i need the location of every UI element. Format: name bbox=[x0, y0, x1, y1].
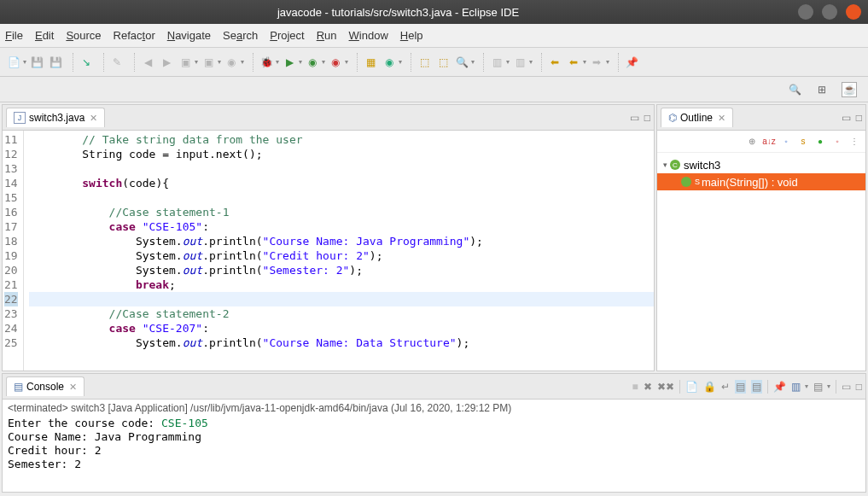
close-button[interactable] bbox=[846, 4, 861, 20]
search-global-icon[interactable]: 🔍 bbox=[787, 82, 802, 97]
open-persp-icon[interactable]: ⊞ bbox=[814, 82, 830, 97]
terminate-icon[interactable]: ■ bbox=[632, 381, 638, 393]
toggle-icon[interactable]: ▥ bbox=[489, 55, 504, 70]
menu-search[interactable]: Search bbox=[223, 29, 258, 42]
new-icon[interactable]: 📄 bbox=[6, 55, 21, 70]
outline-method-label: main(String[]) : void bbox=[702, 176, 798, 189]
window-title: javacode - tutorials/src/switch3.java - … bbox=[7, 6, 789, 19]
outline-title: Outline bbox=[680, 112, 713, 124]
close-icon[interactable]: ✕ bbox=[69, 382, 77, 393]
pkg-icon[interactable]: ▣ bbox=[201, 55, 216, 70]
back-icon[interactable]: ⬅ bbox=[547, 55, 562, 70]
word-wrap-icon[interactable]: ↵ bbox=[721, 381, 730, 393]
hide-local-icon[interactable]: ◦ bbox=[831, 136, 843, 148]
outline-pane: ⌬ Outline ✕ ▭ □ ⊕ a↓z ◦ s ● ◦ ⋮ ▾ C swit… bbox=[656, 104, 866, 371]
focus-icon[interactable]: ⊕ bbox=[746, 136, 758, 148]
fwd-icon[interactable]: ➡ bbox=[589, 55, 604, 70]
search-icon[interactable]: 🔍 bbox=[454, 55, 469, 70]
undo-icon[interactable]: ◀ bbox=[140, 55, 155, 70]
editor-pane: J switch3.java ✕ ▭ □ 1112131415161718192… bbox=[2, 104, 655, 371]
menu-icon[interactable]: ⋮ bbox=[848, 136, 860, 148]
menu-file[interactable]: File bbox=[5, 29, 23, 42]
minimize-pane-icon[interactable]: ▭ bbox=[630, 112, 639, 124]
back2-icon[interactable]: ⬅ bbox=[566, 55, 581, 70]
menu-source[interactable]: Source bbox=[66, 29, 101, 42]
show-console-icon[interactable]: ▤ bbox=[735, 380, 746, 394]
outline-class-row[interactable]: ▾ C switch3 bbox=[657, 156, 865, 173]
java-persp-icon[interactable]: ☕ bbox=[842, 82, 857, 97]
main-toolbar: 📄▾ 💾 💾 ↘ ✎ ◀ ▶ ▣▾ ▣▾ ◉▾ 🐞▾ ▶▾ ◉▾ ◉▾ ▦ ◉▾… bbox=[0, 48, 868, 77]
menu-window[interactable]: Window bbox=[349, 29, 388, 42]
hide-static-icon[interactable]: s bbox=[797, 136, 809, 148]
method-icon bbox=[681, 177, 691, 187]
minimize-button[interactable] bbox=[798, 4, 813, 20]
save-all-icon[interactable]: 💾 bbox=[48, 55, 63, 70]
toggle2-icon[interactable]: ▥ bbox=[512, 55, 527, 70]
console-tab[interactable]: ▤ Console ✕ bbox=[6, 376, 84, 396]
console-tabs: ▤ Console ✕ ■ ✖ ✖✖ 📄 🔒 ↵ ▤ ▤ 📌 ▥▾ ▤▾ ▭ □ bbox=[3, 374, 865, 400]
menubar: File Edit Source Refactor Navigate Searc… bbox=[0, 24, 868, 48]
chevron-down-icon[interactable]: ▾ bbox=[663, 160, 667, 169]
maximize-pane-icon[interactable]: □ bbox=[644, 112, 650, 124]
close-icon[interactable]: ✕ bbox=[90, 113, 97, 124]
remove-icon[interactable]: ✖ bbox=[644, 381, 652, 393]
clear-icon[interactable]: 📄 bbox=[685, 381, 698, 393]
sort-icon[interactable]: a↓z bbox=[763, 136, 775, 148]
open-type-icon[interactable]: ⬚ bbox=[417, 55, 432, 70]
tab-label: switch3.java bbox=[29, 112, 84, 124]
menu-edit[interactable]: Edit bbox=[35, 29, 54, 42]
debug-icon[interactable]: 🐞 bbox=[259, 55, 274, 70]
maximize-pane-icon[interactable]: □ bbox=[856, 112, 862, 124]
outline-tab[interactable]: ⌬ Outline ✕ bbox=[661, 108, 733, 127]
redo-icon[interactable]: ▶ bbox=[159, 55, 174, 70]
show-console2-icon[interactable]: ▤ bbox=[751, 380, 762, 394]
ext-tools-icon[interactable]: ◉ bbox=[328, 55, 343, 70]
new-console-icon[interactable]: ▤ bbox=[813, 381, 823, 393]
outline-toolbar: ⊕ a↓z ◦ s ● ◦ ⋮ bbox=[657, 131, 865, 153]
menu-help[interactable]: Help bbox=[400, 29, 423, 42]
java-file-icon: J bbox=[14, 112, 26, 124]
maximize-button[interactable] bbox=[822, 4, 837, 20]
outline-tabs: ⌬ Outline ✕ ▭ □ bbox=[657, 105, 865, 131]
console-pane: ▤ Console ✕ ■ ✖ ✖✖ 📄 🔒 ↵ ▤ ▤ 📌 ▥▾ ▤▾ ▭ □… bbox=[2, 373, 866, 493]
editor-tabs: J switch3.java ✕ ▭ □ bbox=[3, 105, 654, 131]
coverage-icon[interactable]: ◉ bbox=[305, 55, 320, 70]
pin-icon[interactable]: 📌 bbox=[624, 55, 639, 70]
display-icon[interactable]: ▥ bbox=[791, 381, 801, 393]
scroll-lock-icon[interactable]: 🔒 bbox=[703, 381, 716, 393]
remove-all-icon[interactable]: ✖✖ bbox=[657, 381, 674, 393]
editor-tab-switch3[interactable]: J switch3.java ✕ bbox=[6, 108, 105, 127]
outline-tree: ▾ C switch3 S main(String[]) : void bbox=[657, 153, 865, 194]
hide-fields-icon[interactable]: ◦ bbox=[780, 136, 792, 148]
new-pkg-icon[interactable]: ▦ bbox=[363, 55, 378, 70]
code-editor[interactable]: 111213141516171819202122232425 // Take s… bbox=[3, 131, 654, 371]
tool-icon[interactable]: ✎ bbox=[109, 55, 125, 70]
menu-run[interactable]: Run bbox=[317, 29, 337, 42]
menu-navigate[interactable]: Navigate bbox=[167, 29, 211, 42]
minimize-pane-icon[interactable]: ▭ bbox=[842, 112, 851, 124]
console-title: Console bbox=[26, 381, 64, 393]
class-icon[interactable]: ◉ bbox=[224, 55, 239, 70]
console-output[interactable]: Enter the course code: CSE-105Course Nam… bbox=[3, 417, 865, 471]
outline-icon: ⌬ bbox=[668, 112, 677, 124]
pin-console-icon[interactable]: 📌 bbox=[773, 381, 786, 393]
run-icon[interactable]: ▶ bbox=[282, 55, 297, 70]
outline-class-label: switch3 bbox=[684, 159, 720, 172]
main-area: J switch3.java ✕ ▭ □ 1112131415161718192… bbox=[0, 102, 868, 373]
minimize-pane-icon[interactable]: ▭ bbox=[842, 381, 851, 393]
perspective-bar: 🔍 ⊞ ☕ bbox=[0, 77, 868, 102]
hide-nonpublic-icon[interactable]: ● bbox=[814, 136, 826, 148]
console-header: <terminated> switch3 [Java Application] … bbox=[3, 400, 865, 417]
outline-method-row[interactable]: S main(String[]) : void bbox=[657, 173, 865, 190]
close-icon[interactable]: ✕ bbox=[718, 113, 725, 124]
titlebar: javacode - tutorials/src/switch3.java - … bbox=[0, 0, 868, 24]
class-icon: C bbox=[670, 160, 680, 170]
open-task-icon[interactable]: ⬚ bbox=[435, 55, 451, 70]
menu-refactor[interactable]: Refactor bbox=[114, 29, 155, 42]
save-icon[interactable]: 💾 bbox=[29, 55, 44, 70]
wand-icon[interactable]: ↘ bbox=[79, 55, 94, 70]
maximize-pane-icon[interactable]: □ bbox=[856, 381, 862, 393]
build-icon[interactable]: ▣ bbox=[178, 55, 193, 70]
menu-project[interactable]: Project bbox=[270, 29, 304, 42]
new-class-icon[interactable]: ◉ bbox=[382, 55, 397, 70]
